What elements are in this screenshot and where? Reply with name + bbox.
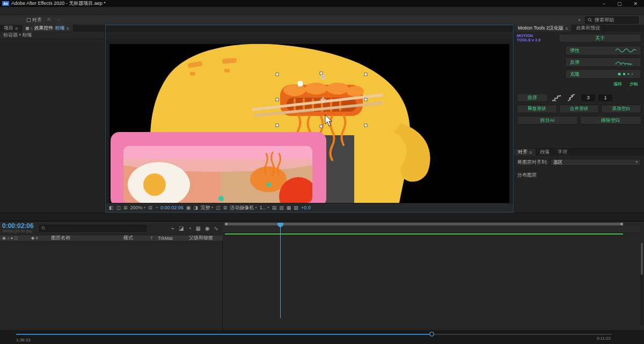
graph-editor-icon[interactable]: ∿ <box>214 225 218 231</box>
player-overlay: 1:36:33 0:11:22 <box>0 330 644 344</box>
stairs-steep-icon[interactable] <box>566 94 578 101</box>
playhead-line[interactable] <box>280 223 281 318</box>
ruler-icon[interactable]: ⊟ <box>148 205 152 210</box>
player-progress-knob[interactable] <box>429 332 434 336</box>
tab-effects-presets[interactable]: 效果和预设 <box>572 25 604 32</box>
transparency-grid-icon[interactable]: ⊞ <box>223 205 228 210</box>
search-help-box[interactable]: 搜索帮助 <box>585 17 639 24</box>
duck-tooth <box>297 81 303 87</box>
exposure-value[interactable]: +0.0 <box>301 205 311 210</box>
workspace-overflow[interactable]: » <box>578 17 581 23</box>
player-progress-fill <box>16 334 432 335</box>
grid-icon[interactable]: ⁘ <box>57 17 61 23</box>
toolbar: 对齐 ⇱ ⁘ » 搜索帮助 <box>0 15 644 25</box>
about-button[interactable]: 关于 <box>559 34 641 42</box>
stairs-up-icon[interactable] <box>551 94 563 101</box>
minimize-button[interactable]: – <box>603 1 605 6</box>
timeline-panel: 0:00:02:06 00056 (25.00 fps) ⌁ ◪ ◔ ▦ ◉ ∿… <box>0 222 644 330</box>
channel-color-icon[interactable]: ◨ <box>193 205 198 210</box>
app-icon: Ae <box>2 1 9 6</box>
remove-blank-button[interactable]: 移除空白 <box>580 116 641 125</box>
snapshot-camera-icon[interactable]: ▣ <box>186 205 191 210</box>
player-total-time: 0:11:22 <box>597 336 611 341</box>
shy-icon[interactable]: ◔ <box>188 225 191 231</box>
lock-icon: ⬨ <box>31 26 32 31</box>
fast-preview-icon[interactable]: ▥ <box>279 205 284 210</box>
clone-button[interactable]: 克隆 <box>565 69 641 79</box>
view-layout-dropdown[interactable]: 1...▾ <box>260 205 269 210</box>
column-parent[interactable]: 父级和链接 <box>185 235 213 241</box>
viewer-tabstrip <box>106 25 513 32</box>
close-button[interactable]: ✕ <box>633 1 638 6</box>
player-current-time: 1:36:33 <box>16 338 31 342</box>
camera-dropdown[interactable]: 活动摄像机▾ <box>230 204 257 211</box>
show-snapshot-icon[interactable]: ◫ <box>116 205 121 210</box>
after-effects-window: Ae Adobe After Effects 2020 - 无标题项目.aep … <box>0 0 644 344</box>
expand-icon[interactable]: ⇱ <box>47 17 52 23</box>
current-timecode[interactable]: 0:00:02:06 <box>0 223 34 229</box>
titlebar: Ae Adobe After Effects 2020 - 无标题项目.aep … <box>0 0 644 7</box>
tab-align[interactable]: 对齐≡ <box>514 149 536 156</box>
search-icon <box>41 226 46 230</box>
time-ruler[interactable] <box>223 225 640 233</box>
composition-canvas[interactable] <box>109 44 509 203</box>
motion-tools-panel: Motion Tools 2汉化版≡ 效果和预设 MOTIONTOOLS v 2… <box>514 25 644 148</box>
tab-motion-tools[interactable]: Motion Tools 2汉化版≡ <box>514 25 572 32</box>
bounce-button[interactable]: 反弹 <box>565 57 641 67</box>
channels-icon[interactable]: ⊞ <box>123 205 128 210</box>
label-column: ◆ # <box>31 236 51 240</box>
align-panel: 对齐≡ 段落 字符 将图层对齐到: 选区▾ 分布图层 <box>514 149 644 213</box>
maximize-button[interactable]: ▢ <box>617 1 622 6</box>
tab-character[interactable]: 字符 <box>554 149 572 156</box>
column-mode[interactable]: 模式 <box>123 235 150 241</box>
timeline-vertical-scrollbar[interactable] <box>640 241 643 325</box>
offset-value-input[interactable]: 3 <box>581 94 595 101</box>
effect-controls-panel: 项目≡ ⬨ 效果控件粉嘴≡ 粉容器 • 粉嘴 <box>0 25 105 213</box>
teal-dot <box>267 182 271 187</box>
stride-value-input[interactable]: 1 <box>598 94 612 101</box>
elastic-button[interactable]: 弹性 <box>565 46 641 55</box>
menubar <box>0 7 644 15</box>
pixel-aspect-icon[interactable]: ▤ <box>272 205 277 210</box>
bounce-icon <box>615 60 636 65</box>
layer-search-input[interactable] <box>39 225 147 232</box>
motion-blur-icon[interactable]: ◉ <box>205 225 210 231</box>
pink-container <box>111 132 326 203</box>
viewer-timecode[interactable]: 0:00:02:06 <box>160 205 184 210</box>
snapshot-icon[interactable]: ◧ <box>109 205 114 210</box>
align-to-dropdown[interactable]: 选区▾ <box>550 159 641 166</box>
snap-align-checkbox[interactable]: 对齐 <box>27 17 42 24</box>
dots-icon <box>617 72 636 76</box>
column-layer-name[interactable]: 图层名称 <box>51 235 123 241</box>
distribute-label: 分布图层 <box>517 171 641 180</box>
column-t[interactable]: T <box>150 236 158 240</box>
player-progress-track[interactable] <box>16 334 612 335</box>
av-column-icons: ◉ ♪ ● ◻ <box>0 236 31 240</box>
add-blank-button[interactable]: 添加空白 <box>601 105 641 113</box>
draft-3d-icon[interactable]: ◪ <box>179 225 184 231</box>
magnification-dropdown[interactable]: 200%▾ <box>130 205 146 210</box>
timeline-icon[interactable]: ▦ <box>287 205 291 210</box>
search-help-label: 搜索帮助 <box>595 17 614 24</box>
timeline-column-headers: ◉ ♪ ● ◻ ◆ # 图层名称 模式 T TrkMat 父级和链接 <box>0 235 223 241</box>
tab-project[interactable]: 项目≡ <box>0 25 22 32</box>
release-shapes-button[interactable]: 释放形状 <box>517 105 557 113</box>
frame-blend-icon[interactable]: ▦ <box>195 225 200 231</box>
resolution-dropdown[interactable]: 完整▾ <box>201 204 214 211</box>
split-ai-button[interactable]: 拆分AI <box>517 116 578 125</box>
stride-label: 步幅 <box>630 81 638 87</box>
column-trkmat[interactable]: TrkMat <box>158 236 185 241</box>
tab-effect-controls[interactable]: ⬨ 效果控件粉嘴≡ <box>22 25 73 32</box>
merge-shapes-button[interactable]: 合并形状 <box>559 105 599 113</box>
composition-mini-flowchart-icon[interactable]: ⌁ <box>171 225 174 231</box>
window-title: Adobe After Effects 2020 - 无标题项目.aep * <box>11 0 106 7</box>
flowchart-icon[interactable]: ▧ <box>294 205 298 210</box>
align-buttons <box>517 166 641 171</box>
anchor-grid <box>517 46 562 91</box>
tab-paragraph[interactable]: 段落 <box>536 149 554 156</box>
roi-icon[interactable]: ◫ <box>216 205 221 210</box>
mask-visibility-icon[interactable]: ◔ <box>155 205 158 210</box>
egg-yolk <box>143 173 166 196</box>
sort-button[interactable]: 排序 <box>517 93 548 102</box>
timeline-tabstrip <box>0 213 644 221</box>
